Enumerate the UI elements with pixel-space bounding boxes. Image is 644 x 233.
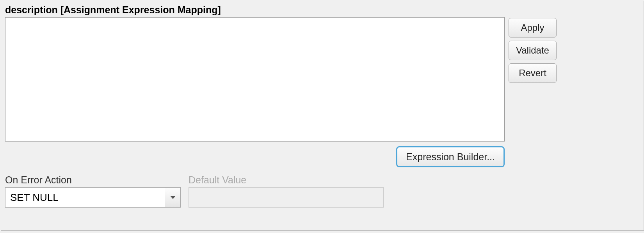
on-error-action-label: On Error Action	[5, 174, 181, 186]
on-error-action-dropdown-button[interactable]	[165, 188, 180, 207]
apply-button[interactable]: Apply	[509, 18, 557, 38]
expression-builder-button[interactable]: Expression Builder...	[396, 146, 505, 167]
revert-button[interactable]: Revert	[509, 63, 557, 83]
default-value-label: Default Value	[189, 174, 384, 186]
expression-textarea[interactable]	[5, 17, 505, 142]
default-value-input	[189, 187, 384, 208]
expression-builder-row: Expression Builder...	[5, 146, 505, 167]
expression-mapping-panel: description [Assignment Expression Mappi…	[1, 1, 644, 231]
chevron-down-icon	[170, 196, 176, 199]
side-button-group: Apply Validate Revert	[509, 18, 557, 83]
on-error-action-select[interactable]: SET NULL	[5, 187, 181, 208]
on-error-action-value: SET NULL	[5, 188, 165, 207]
main-row: Apply Validate Revert	[5, 17, 640, 142]
panel-title: description [Assignment Expression Mappi…	[5, 4, 640, 16]
on-error-action-group: On Error Action SET NULL	[5, 174, 181, 208]
default-value-group: Default Value	[189, 174, 384, 208]
validate-button[interactable]: Validate	[509, 41, 557, 60]
bottom-row: On Error Action SET NULL Default Value	[5, 174, 640, 208]
